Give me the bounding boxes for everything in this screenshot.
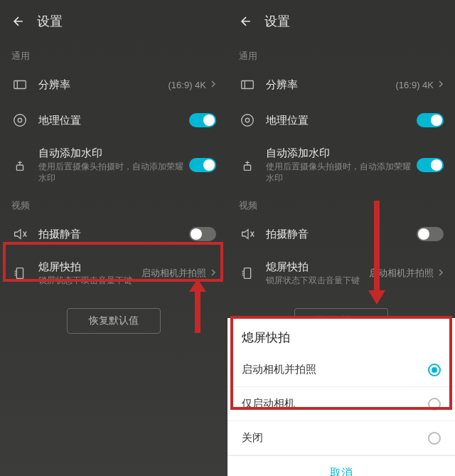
- dialog-option-launch-and-shoot[interactable]: 启动相机并拍照: [228, 353, 455, 387]
- row-mute[interactable]: 拍摄静音: [228, 216, 455, 252]
- quickshot-sub: 锁屏状态下双击音量下键: [38, 275, 141, 287]
- quickshot-icon: [239, 265, 256, 282]
- svg-rect-5: [242, 81, 254, 89]
- header: 设置: [0, 0, 228, 43]
- chevron-right-icon: [438, 78, 444, 91]
- svg-rect-3: [16, 165, 23, 170]
- mute-label: 拍摄静音: [266, 228, 417, 241]
- page-title: 设置: [264, 13, 290, 30]
- row-quickshot[interactable]: 熄屏快拍 锁屏状态下双击音量下键 启动相机并拍照: [228, 252, 455, 295]
- section-general-label: 通用: [228, 43, 455, 67]
- resolution-icon: [239, 76, 256, 93]
- mute-label: 拍摄静音: [38, 228, 189, 241]
- radio-icon: [428, 432, 441, 445]
- watermark-icon: [11, 157, 28, 174]
- svg-rect-0: [14, 81, 26, 89]
- quickshot-value: 启动相机并拍照: [141, 267, 206, 280]
- svg-point-1: [14, 115, 26, 127]
- option-label: 关闭: [242, 431, 263, 445]
- left-screenshot: 设置 通用 分辨率 (16:9) 4K 地理位置 自动添: [0, 0, 228, 476]
- header: 设置: [228, 0, 455, 43]
- restore-row: 恢复默认值: [0, 295, 228, 347]
- mute-icon: [11, 226, 28, 243]
- chevron-right-icon: [210, 78, 216, 91]
- quickshot-sub: 锁屏状态下双击音量下键: [266, 275, 369, 287]
- svg-rect-8: [244, 165, 250, 170]
- option-label: 启动相机并拍照: [242, 363, 316, 376]
- resolution-value: (16:9) 4K: [396, 80, 434, 90]
- watermark-toggle[interactable]: [189, 158, 216, 172]
- quickshot-label: 熄屏快拍: [38, 260, 141, 274]
- svg-point-7: [245, 118, 250, 122]
- row-watermark[interactable]: 自动添加水印 使用后置摄像头拍摄时，自动添加荣耀水印: [0, 138, 228, 192]
- svg-rect-9: [244, 268, 250, 279]
- row-watermark[interactable]: 自动添加水印 使用后置摄像头拍摄时，自动添加荣耀水印: [228, 138, 455, 192]
- mute-toggle[interactable]: [417, 227, 444, 241]
- resolution-label: 分辨率: [266, 78, 396, 92]
- dialog-title: 熄屏快拍: [228, 318, 455, 353]
- section-video-label: 视频: [228, 192, 455, 216]
- location-toggle[interactable]: [417, 113, 444, 127]
- location-label: 地理位置: [38, 114, 189, 127]
- dialog-option-off[interactable]: 关闭: [228, 421, 455, 455]
- row-location[interactable]: 地理位置: [0, 102, 228, 138]
- row-mute[interactable]: 拍摄静音: [0, 216, 228, 252]
- chevron-right-icon: [438, 267, 444, 280]
- restore-button[interactable]: 恢复默认值: [67, 308, 161, 334]
- back-icon[interactable]: [10, 13, 27, 30]
- watermark-toggle[interactable]: [417, 158, 444, 172]
- watermark-icon: [239, 157, 256, 174]
- quickshot-value: 启动相机并拍照: [369, 267, 434, 280]
- watermark-label: 自动添加水印: [38, 147, 189, 160]
- resolution-label: 分辨率: [38, 78, 168, 92]
- row-resolution[interactable]: 分辨率 (16:9) 4K: [228, 67, 455, 102]
- option-label: 仅启动相机: [242, 397, 295, 411]
- quickshot-dialog: 熄屏快拍 启动相机并拍照 仅启动相机 关闭 取消: [228, 318, 455, 476]
- resolution-value: (16:9) 4K: [168, 80, 206, 90]
- right-screenshot: 设置 通用 分辨率 (16:9) 4K 地理位置 自动添: [228, 0, 455, 476]
- mute-icon: [239, 226, 256, 243]
- quickshot-label: 熄屏快拍: [266, 260, 369, 274]
- quickshot-icon: [11, 265, 28, 282]
- location-icon: [11, 112, 28, 129]
- row-resolution[interactable]: 分辨率 (16:9) 4K: [0, 67, 228, 102]
- radio-checked-icon: [428, 364, 441, 376]
- page-title: 设置: [37, 13, 63, 30]
- location-icon: [239, 112, 256, 129]
- svg-rect-4: [16, 268, 23, 279]
- svg-point-6: [242, 115, 254, 127]
- location-toggle[interactable]: [189, 113, 216, 127]
- row-location[interactable]: 地理位置: [228, 102, 455, 138]
- location-label: 地理位置: [266, 114, 417, 127]
- radio-icon: [428, 398, 441, 411]
- row-quickshot[interactable]: 熄屏快拍 锁屏状态下双击音量下键 启动相机并拍照: [0, 252, 228, 295]
- watermark-sub: 使用后置摄像头拍摄时，自动添加荣耀水印: [38, 162, 189, 184]
- dialog-cancel-button[interactable]: 取消: [228, 455, 455, 476]
- chevron-right-icon: [210, 267, 216, 280]
- back-icon[interactable]: [237, 13, 255, 30]
- mute-toggle[interactable]: [189, 227, 216, 241]
- watermark-sub: 使用后置摄像头拍摄时，自动添加荣耀水印: [266, 162, 417, 184]
- svg-point-2: [18, 118, 22, 122]
- section-video-label: 视频: [0, 192, 228, 216]
- watermark-label: 自动添加水印: [266, 147, 417, 160]
- resolution-icon: [11, 76, 28, 93]
- section-general-label: 通用: [0, 43, 228, 67]
- dialog-option-launch-only[interactable]: 仅启动相机: [228, 387, 455, 421]
